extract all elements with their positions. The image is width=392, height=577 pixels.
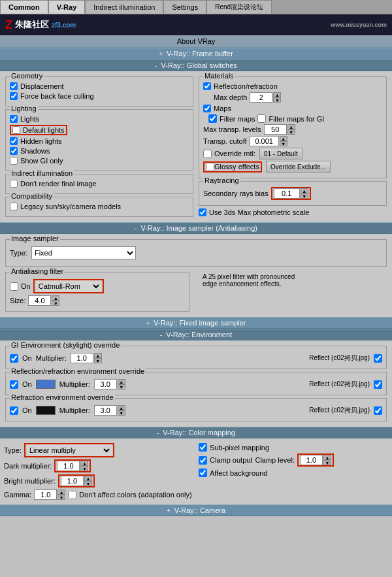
gamma-row: Gamma: ▲ ▼ Don't affect colors (adaptati… [4, 489, 193, 500]
gi-reflect-check[interactable] [374, 354, 382, 363]
sub-pixel-checkbox[interactable] [199, 443, 207, 452]
type-dropdown[interactable]: Fixed Adaptive DMC Adaptive subdivision [31, 246, 136, 259]
refraction-env-row: On Multiplier: ▲ ▼ Reflect (c02拷贝.jpg) [10, 405, 382, 416]
reflect-swatch[interactable] [36, 380, 56, 389]
refract-env-on[interactable] [10, 406, 18, 415]
gamma-up[interactable]: ▲ [57, 489, 65, 495]
transp-cutoff-input[interactable] [250, 136, 279, 146]
transp-cutoff-down[interactable]: ▼ [280, 141, 287, 146]
reflect-mult-input[interactable] [94, 379, 117, 389]
filter-dropdown[interactable]: Catmull-Rom [36, 280, 101, 292]
override-mtl-checkbox[interactable] [203, 150, 212, 158]
reflection-env-title: Reflection/refraction environment overri… [10, 367, 146, 375]
size-up[interactable]: ▲ [52, 295, 59, 301]
use3ds-checkbox[interactable] [199, 208, 206, 216]
dark-mult-down[interactable]: ▼ [80, 466, 88, 471]
secondary-rays-down[interactable]: ▼ [301, 193, 308, 199]
bright-mult-row: Bright multiplier: ▲ ▼ [4, 474, 193, 487]
refract-reflect-text: Reflect (c02拷贝.jpg) [309, 406, 370, 415]
max-transp-input[interactable] [264, 124, 287, 135]
shadows-row: Shadows [10, 147, 189, 155]
hidden-lights-checkbox[interactable] [10, 137, 18, 145]
override-mtl-btn[interactable]: 01 - Default [259, 148, 302, 159]
tab-common[interactable]: Common [0, 0, 48, 14]
legacy-checkbox[interactable] [10, 203, 18, 210]
gi-mult-down[interactable]: ▼ [94, 358, 102, 363]
tab-vray[interactable]: V-Ray [48, 0, 86, 14]
max-depth-up[interactable]: ▲ [273, 92, 281, 97]
max-transp-down[interactable]: ▼ [287, 129, 295, 135]
lights-checkbox[interactable] [10, 115, 18, 123]
displacement-checkbox[interactable] [10, 82, 18, 90]
clamp-level-input[interactable] [300, 455, 323, 465]
affect-bg-label: Affect background [210, 469, 267, 477]
dark-mult-highlight: ▲ ▼ [54, 459, 91, 472]
max-depth-input[interactable] [250, 92, 272, 103]
colmap-type-dropdown[interactable]: Linear multiply Exponential HSV exponent… [27, 444, 112, 456]
tab-settings[interactable]: Settings [163, 0, 206, 14]
refract-mult-input[interactable] [94, 405, 117, 416]
reflect-mult-up[interactable]: ▲ [118, 379, 125, 384]
show-gi-checkbox[interactable] [10, 157, 18, 165]
reflect-env-on[interactable] [10, 380, 18, 389]
force-back-row: Force back face culling [10, 92, 189, 100]
bright-mult-up[interactable]: ▲ [84, 476, 92, 481]
color-mapping-content: Type: Linear multiply Exponential HSV ex… [0, 438, 392, 504]
force-back-checkbox[interactable] [10, 92, 18, 100]
filter-maps-gi-checkbox[interactable] [257, 114, 266, 123]
lights-row: Lights [10, 115, 189, 123]
gamma-down[interactable]: ▼ [57, 495, 65, 500]
dont-render-label: Don't render final image [20, 180, 96, 188]
clamp-output-checkbox[interactable] [199, 456, 207, 465]
refract-mult-down[interactable]: ▼ [118, 410, 125, 416]
watermark: www.missyuan.com [331, 22, 387, 28]
refract-reflect-check[interactable] [374, 406, 382, 415]
gamma-input[interactable] [34, 489, 57, 500]
secondary-rays-input[interactable] [274, 188, 300, 199]
glossy-checkbox[interactable] [206, 163, 214, 171]
maps-row: Maps [203, 105, 382, 112]
default-lights-checkbox[interactable] [12, 126, 20, 134]
clamp-level-down[interactable]: ▼ [323, 460, 331, 465]
size-input[interactable] [28, 295, 51, 306]
max-depth-label: Max depth [214, 93, 247, 101]
antialiasing-on-label: On [21, 282, 31, 290]
gi-env-on[interactable] [10, 354, 18, 363]
reflection-checkbox[interactable] [203, 82, 211, 90]
size-down[interactable]: ▼ [52, 301, 59, 306]
bright-mult-label: Bright multiplier: [4, 477, 56, 485]
reflect-mult-down[interactable]: ▼ [118, 384, 125, 389]
override-exclude-btn[interactable]: Override Exclude... [266, 161, 331, 173]
reflect-reflect-check[interactable] [374, 380, 382, 389]
gi-mult-up[interactable]: ▲ [94, 353, 102, 358]
dont-affect-checkbox[interactable] [68, 491, 76, 499]
refract-mult-up[interactable]: ▲ [118, 405, 125, 410]
secondary-rays-label: Secondary rays bias [203, 190, 269, 197]
frame-buffer-header: + V-Ray:: Frame buffer [0, 48, 392, 59]
dark-mult-up[interactable]: ▲ [80, 461, 88, 466]
dont-render-checkbox[interactable] [10, 180, 18, 188]
maps-checkbox[interactable] [203, 105, 211, 112]
max-depth-down[interactable]: ▼ [273, 97, 281, 103]
antialiasing-on-row: On Catmull-Rom [10, 279, 185, 293]
affect-bg-checkbox[interactable] [199, 469, 207, 477]
filter-maps-checkbox[interactable] [208, 114, 217, 123]
max-transp-up[interactable]: ▲ [287, 124, 295, 129]
secondary-rays-up[interactable]: ▲ [301, 188, 308, 193]
tab-rend[interactable]: Rend渲染设论坛 [206, 0, 272, 14]
legacy-label: Legacy sun/sky/camera models [20, 203, 121, 210]
clamp-level-up[interactable]: ▲ [323, 455, 331, 460]
type-row: Type: Fixed Adaptive DMC Adaptive subdiv… [10, 246, 382, 259]
antialiasing-on-checkbox[interactable] [10, 282, 18, 291]
tab-indirect[interactable]: Indirect illumination [85, 0, 163, 14]
refract-swatch[interactable] [36, 406, 56, 415]
glossy-highlight: Glossy effects [203, 161, 262, 173]
gi-mult-input[interactable] [71, 353, 93, 363]
bright-mult-down[interactable]: ▼ [84, 481, 92, 486]
shadows-checkbox[interactable] [10, 147, 18, 155]
transp-cutoff-up[interactable]: ▲ [280, 136, 287, 141]
filter-maps-row: Filter maps Filter maps for GI [208, 114, 382, 123]
bright-mult-input[interactable] [61, 476, 84, 486]
dark-mult-input[interactable] [57, 461, 80, 471]
filter-dropdown-highlight: Catmull-Rom [33, 279, 104, 293]
